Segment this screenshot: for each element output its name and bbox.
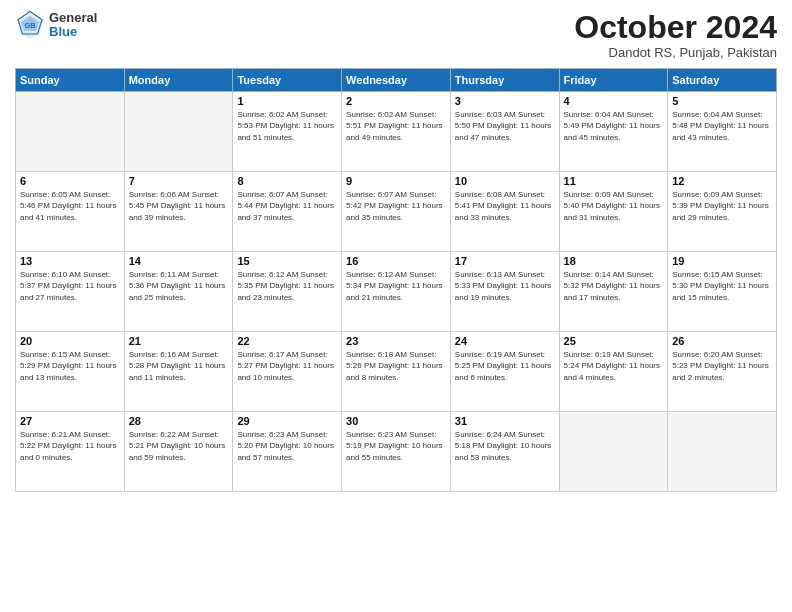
table-row: 24Sunrise: 6:19 AM Sunset: 5:25 PM Dayli…: [450, 332, 559, 412]
day-number: 7: [129, 175, 229, 187]
table-row: [16, 92, 125, 172]
day-number: 21: [129, 335, 229, 347]
day-number: 3: [455, 95, 555, 107]
day-number: 5: [672, 95, 772, 107]
table-row: 22Sunrise: 6:17 AM Sunset: 5:27 PM Dayli…: [233, 332, 342, 412]
day-info: Sunrise: 6:17 AM Sunset: 5:27 PM Dayligh…: [237, 349, 337, 383]
table-row: 21Sunrise: 6:16 AM Sunset: 5:28 PM Dayli…: [124, 332, 233, 412]
logo-text: General Blue: [49, 11, 97, 40]
table-row: 9Sunrise: 6:07 AM Sunset: 5:42 PM Daylig…: [342, 172, 451, 252]
day-number: 26: [672, 335, 772, 347]
day-info: Sunrise: 6:13 AM Sunset: 5:33 PM Dayligh…: [455, 269, 555, 303]
day-number: 18: [564, 255, 664, 267]
day-info: Sunrise: 6:05 AM Sunset: 5:46 PM Dayligh…: [20, 189, 120, 223]
table-row: 28Sunrise: 6:22 AM Sunset: 5:21 PM Dayli…: [124, 412, 233, 492]
title-block: October 2024 Dandot RS, Punjab, Pakistan: [574, 10, 777, 60]
day-info: Sunrise: 6:09 AM Sunset: 5:39 PM Dayligh…: [672, 189, 772, 223]
day-number: 10: [455, 175, 555, 187]
day-number: 2: [346, 95, 446, 107]
location: Dandot RS, Punjab, Pakistan: [574, 45, 777, 60]
day-info: Sunrise: 6:15 AM Sunset: 5:29 PM Dayligh…: [20, 349, 120, 383]
table-row: 17Sunrise: 6:13 AM Sunset: 5:33 PM Dayli…: [450, 252, 559, 332]
day-number: 6: [20, 175, 120, 187]
day-info: Sunrise: 6:03 AM Sunset: 5:50 PM Dayligh…: [455, 109, 555, 143]
day-number: 12: [672, 175, 772, 187]
day-info: Sunrise: 6:23 AM Sunset: 5:19 PM Dayligh…: [346, 429, 446, 463]
day-info: Sunrise: 6:23 AM Sunset: 5:20 PM Dayligh…: [237, 429, 337, 463]
day-info: Sunrise: 6:16 AM Sunset: 5:28 PM Dayligh…: [129, 349, 229, 383]
table-row: 5Sunrise: 6:04 AM Sunset: 5:48 PM Daylig…: [668, 92, 777, 172]
table-row: 11Sunrise: 6:09 AM Sunset: 5:40 PM Dayli…: [559, 172, 668, 252]
day-info: Sunrise: 6:19 AM Sunset: 5:24 PM Dayligh…: [564, 349, 664, 383]
calendar-week-row: 27Sunrise: 6:21 AM Sunset: 5:22 PM Dayli…: [16, 412, 777, 492]
day-number: 24: [455, 335, 555, 347]
day-info: Sunrise: 6:04 AM Sunset: 5:48 PM Dayligh…: [672, 109, 772, 143]
day-number: 20: [20, 335, 120, 347]
table-row: 30Sunrise: 6:23 AM Sunset: 5:19 PM Dayli…: [342, 412, 451, 492]
table-row: 12Sunrise: 6:09 AM Sunset: 5:39 PM Dayli…: [668, 172, 777, 252]
header: GB General Blue October 2024 Dandot RS, …: [15, 10, 777, 60]
calendar-week-row: 13Sunrise: 6:10 AM Sunset: 5:37 PM Dayli…: [16, 252, 777, 332]
day-number: 16: [346, 255, 446, 267]
table-row: 15Sunrise: 6:12 AM Sunset: 5:35 PM Dayli…: [233, 252, 342, 332]
day-number: 8: [237, 175, 337, 187]
table-row: 8Sunrise: 6:07 AM Sunset: 5:44 PM Daylig…: [233, 172, 342, 252]
table-row: 23Sunrise: 6:18 AM Sunset: 5:26 PM Dayli…: [342, 332, 451, 412]
table-row: 2Sunrise: 6:02 AM Sunset: 5:51 PM Daylig…: [342, 92, 451, 172]
day-info: Sunrise: 6:11 AM Sunset: 5:36 PM Dayligh…: [129, 269, 229, 303]
day-number: 31: [455, 415, 555, 427]
day-number: 11: [564, 175, 664, 187]
table-row: 16Sunrise: 6:12 AM Sunset: 5:34 PM Dayli…: [342, 252, 451, 332]
col-sunday: Sunday: [16, 69, 125, 92]
col-wednesday: Wednesday: [342, 69, 451, 92]
day-info: Sunrise: 6:21 AM Sunset: 5:22 PM Dayligh…: [20, 429, 120, 463]
day-info: Sunrise: 6:12 AM Sunset: 5:35 PM Dayligh…: [237, 269, 337, 303]
day-info: Sunrise: 6:09 AM Sunset: 5:40 PM Dayligh…: [564, 189, 664, 223]
table-row: [668, 412, 777, 492]
table-row: [124, 92, 233, 172]
day-number: 14: [129, 255, 229, 267]
day-info: Sunrise: 6:20 AM Sunset: 5:23 PM Dayligh…: [672, 349, 772, 383]
day-number: 27: [20, 415, 120, 427]
day-info: Sunrise: 6:08 AM Sunset: 5:41 PM Dayligh…: [455, 189, 555, 223]
table-row: [559, 412, 668, 492]
day-number: 22: [237, 335, 337, 347]
table-row: 27Sunrise: 6:21 AM Sunset: 5:22 PM Dayli…: [16, 412, 125, 492]
logo-icon: GB: [15, 10, 45, 40]
month-title: October 2024: [574, 10, 777, 45]
day-number: 25: [564, 335, 664, 347]
table-row: 18Sunrise: 6:14 AM Sunset: 5:32 PM Dayli…: [559, 252, 668, 332]
page: GB General Blue October 2024 Dandot RS, …: [0, 0, 792, 612]
day-info: Sunrise: 6:22 AM Sunset: 5:21 PM Dayligh…: [129, 429, 229, 463]
calendar: Sunday Monday Tuesday Wednesday Thursday…: [15, 68, 777, 492]
svg-text:GB: GB: [24, 21, 36, 30]
day-number: 19: [672, 255, 772, 267]
day-number: 30: [346, 415, 446, 427]
table-row: 14Sunrise: 6:11 AM Sunset: 5:36 PM Dayli…: [124, 252, 233, 332]
day-info: Sunrise: 6:19 AM Sunset: 5:25 PM Dayligh…: [455, 349, 555, 383]
table-row: 7Sunrise: 6:06 AM Sunset: 5:45 PM Daylig…: [124, 172, 233, 252]
day-info: Sunrise: 6:10 AM Sunset: 5:37 PM Dayligh…: [20, 269, 120, 303]
day-number: 23: [346, 335, 446, 347]
table-row: 6Sunrise: 6:05 AM Sunset: 5:46 PM Daylig…: [16, 172, 125, 252]
day-number: 28: [129, 415, 229, 427]
table-row: 13Sunrise: 6:10 AM Sunset: 5:37 PM Dayli…: [16, 252, 125, 332]
day-info: Sunrise: 6:07 AM Sunset: 5:42 PM Dayligh…: [346, 189, 446, 223]
table-row: 29Sunrise: 6:23 AM Sunset: 5:20 PM Dayli…: [233, 412, 342, 492]
table-row: 19Sunrise: 6:15 AM Sunset: 5:30 PM Dayli…: [668, 252, 777, 332]
day-number: 1: [237, 95, 337, 107]
table-row: 10Sunrise: 6:08 AM Sunset: 5:41 PM Dayli…: [450, 172, 559, 252]
table-row: 3Sunrise: 6:03 AM Sunset: 5:50 PM Daylig…: [450, 92, 559, 172]
col-monday: Monday: [124, 69, 233, 92]
day-info: Sunrise: 6:14 AM Sunset: 5:32 PM Dayligh…: [564, 269, 664, 303]
col-friday: Friday: [559, 69, 668, 92]
calendar-week-row: 20Sunrise: 6:15 AM Sunset: 5:29 PM Dayli…: [16, 332, 777, 412]
col-tuesday: Tuesday: [233, 69, 342, 92]
day-number: 4: [564, 95, 664, 107]
table-row: 25Sunrise: 6:19 AM Sunset: 5:24 PM Dayli…: [559, 332, 668, 412]
logo-blue: Blue: [49, 25, 97, 39]
day-info: Sunrise: 6:02 AM Sunset: 5:51 PM Dayligh…: [346, 109, 446, 143]
calendar-header-row: Sunday Monday Tuesday Wednesday Thursday…: [16, 69, 777, 92]
day-number: 9: [346, 175, 446, 187]
day-number: 13: [20, 255, 120, 267]
